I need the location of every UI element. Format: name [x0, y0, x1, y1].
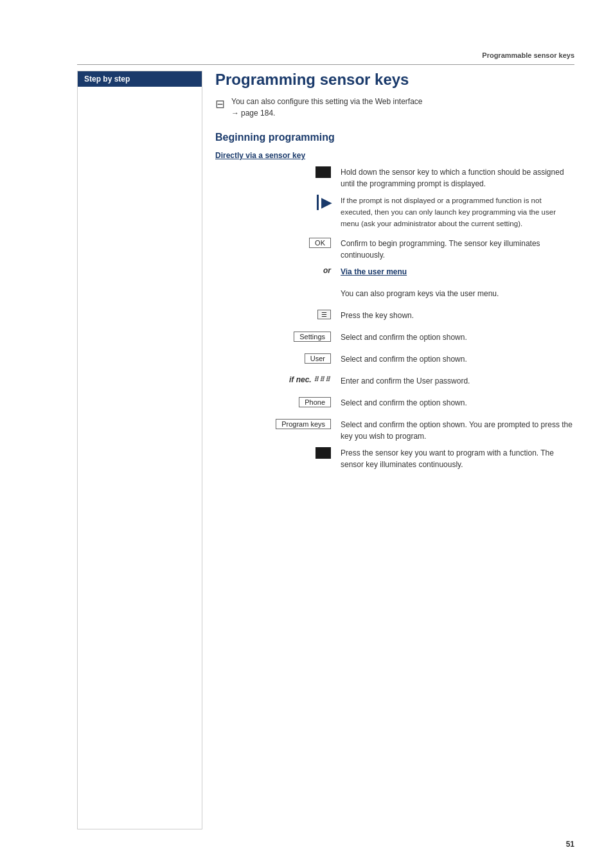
also-program-row: You can also program keys via the user m… [215, 287, 574, 305]
black-square-indicator [315, 166, 331, 178]
press-key-right: Press the key shown. [341, 308, 574, 321]
ok-row: OK Confirm to begin programming. The sen… [215, 236, 574, 261]
hold-down-text: Hold down the sensor key to which a func… [341, 168, 564, 188]
phone-confirm-text: Select and confirm the option shown. [341, 398, 467, 407]
page-number: 51 [566, 840, 574, 849]
subheading-text: Directly via a sensor key [215, 151, 305, 160]
page-title-text: Programming sensor keys [215, 71, 409, 88]
press-key-row: ☰ Press the key shown. [215, 308, 574, 326]
page-number-text: 51 [566, 840, 574, 849]
settings-confirm-text: Select and confirm the option shown. [341, 333, 467, 342]
if-nec-label: if nec. ⠿⠿⠿ [289, 375, 331, 384]
press-sensor-right: Press the sensor key you want to program… [341, 446, 574, 470]
web-interface-icon: ⊟ [215, 97, 225, 111]
phone-left: Phone [215, 396, 341, 407]
settings-right: Select and confirm the option shown. [341, 330, 574, 343]
header-text: Programmable sensor keys [482, 51, 574, 59]
hold-down-right: Hold down the sensor key to which a func… [341, 165, 574, 190]
program-keys-row: Program keys Select and confirm the opti… [215, 418, 574, 442]
top-rule [77, 64, 574, 65]
note-arrow-icon: ▶ [317, 195, 331, 210]
press-key-text: Press the key shown. [341, 311, 414, 320]
settings-button-label: Settings [294, 332, 331, 342]
beginning-programming-heading: Beginning programming [215, 132, 574, 143]
also-program-right: You can also program keys via the user m… [341, 287, 574, 299]
press-sensor-left [215, 446, 341, 459]
user-left: User [215, 352, 341, 364]
phone-button-label: Phone [299, 397, 331, 407]
directly-via-sensor-key-heading: Directly via a sensor key [215, 151, 574, 160]
step-by-step-box: Step by step [77, 71, 202, 829]
enter-password-text: Enter and confirm the User password. [341, 376, 470, 385]
web-note-page-ref: page 184. [241, 109, 275, 118]
or-right: Via the user menu [341, 265, 574, 278]
phone-right: Select and confirm the option shown. [341, 396, 574, 409]
program-keys-confirm-text: Select and confirm the option shown. You… [341, 420, 573, 441]
note-icon-left: ▶ [215, 193, 341, 210]
settings-row: Settings Select and confirm the option s… [215, 330, 574, 348]
program-keys-left: Program keys [215, 418, 341, 429]
also-program-text: You can also program keys via the user m… [341, 289, 499, 298]
note-text-content: If the prompt is not displayed or a prog… [341, 197, 556, 228]
program-keys-right: Select and confirm the option shown. You… [341, 418, 574, 442]
user-button-label: User [305, 353, 331, 364]
beginning-programming-text: Beginning programming [215, 132, 335, 143]
user-row: User Select and confirm the option shown… [215, 352, 574, 370]
press-key-left: ☰ [215, 308, 341, 319]
user-right: Select and confirm the option shown. [341, 352, 574, 365]
phone-row: Phone Select and confirm the option show… [215, 396, 574, 414]
note-box-row: ▶ If the prompt is not displayed or a pr… [215, 193, 574, 230]
ok-left: OK [215, 236, 341, 248]
also-program-left [215, 287, 341, 288]
via-user-menu-heading: Via the user menu [341, 267, 407, 276]
content-area: Step by step Programming sensor keys ⊟ Y… [77, 71, 574, 829]
ok-button-label: OK [309, 238, 331, 248]
program-keys-button-label: Program keys [276, 419, 331, 429]
note-text-right: If the prompt is not displayed or a prog… [341, 193, 574, 230]
web-note-row: ⊟ You can also configure this setting vi… [215, 96, 574, 119]
step-by-step-label: Step by step [84, 75, 130, 84]
main-content: Programming sensor keys ⊟ You can also c… [215, 71, 574, 829]
password-dots: ⠿⠿⠿ [314, 376, 331, 383]
press-sensor-text: Press the sensor key you want to program… [341, 448, 554, 469]
if-nec-row: if nec. ⠿⠿⠿ Enter and confirm the User p… [215, 374, 574, 392]
or-text: or [323, 266, 331, 275]
confirm-text: Confirm to begin programming. The sensor… [341, 239, 540, 260]
page-title: Programming sensor keys [215, 71, 574, 89]
user-confirm-text: Select and confirm the option shown. [341, 355, 467, 364]
page: Programmable sensor keys Step by step Pr… [0, 0, 613, 868]
hold-down-left [215, 165, 341, 178]
page-header: Programmable sensor keys [482, 51, 574, 59]
or-row: or Via the user menu [215, 265, 574, 283]
hold-down-row: Hold down the sensor key to which a func… [215, 165, 574, 190]
or-left: or [215, 265, 341, 275]
step-by-step-header: Step by step [78, 71, 202, 87]
press-sensor-row: Press the sensor key you want to program… [215, 446, 574, 470]
if-nec-left: if nec. ⠿⠿⠿ [215, 374, 341, 384]
web-note-content: You can also configure this setting via … [231, 97, 423, 106]
menu-key-icon: ☰ [317, 310, 331, 319]
web-note-text: You can also configure this setting via … [231, 96, 423, 119]
black-square-indicator-2 [315, 447, 331, 459]
ok-right: Confirm to begin programming. The sensor… [341, 236, 574, 261]
settings-left: Settings [215, 330, 341, 342]
if-nec-text: if nec. [289, 375, 312, 384]
if-nec-right: Enter and confirm the User password. [341, 374, 574, 387]
